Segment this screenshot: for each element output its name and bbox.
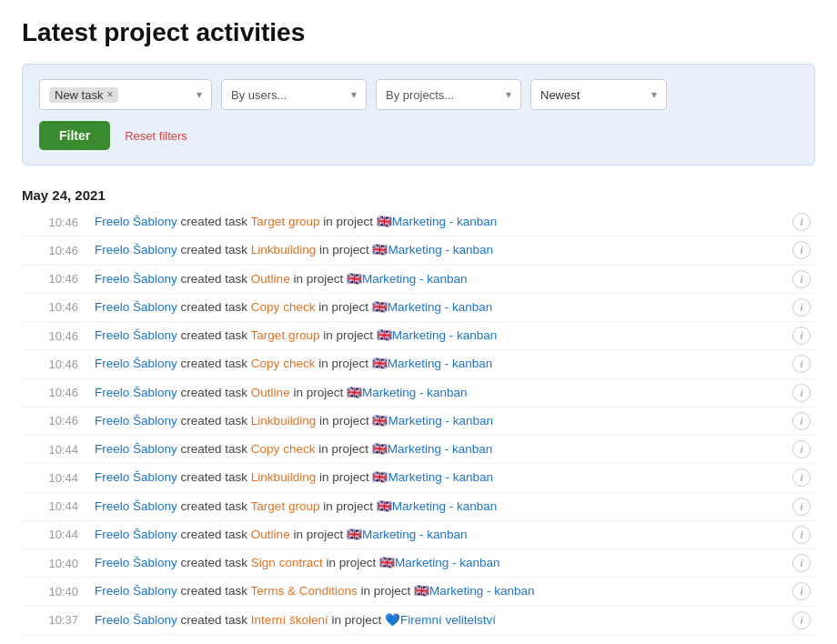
info-button[interactable]: i bbox=[788, 440, 815, 458]
info-button[interactable]: i bbox=[788, 270, 815, 288]
activity-time: 10:46 bbox=[22, 272, 95, 286]
project-link[interactable]: Marketing - kanban bbox=[388, 470, 493, 484]
info-button[interactable]: i bbox=[788, 298, 815, 317]
filter-bar: New task × ▾ By users... ▾ By projects..… bbox=[22, 64, 815, 166]
info-button[interactable]: i bbox=[788, 611, 815, 629]
table-row: 10:46Freelo Šablony created task Copy ch… bbox=[22, 350, 815, 378]
activity-time: 10:46 bbox=[22, 329, 95, 343]
info-button[interactable]: i bbox=[788, 384, 815, 402]
user-link[interactable]: Freelo Šablony bbox=[95, 272, 177, 286]
reset-filters-button[interactable]: Reset filters bbox=[125, 129, 187, 143]
table-row: 10:37Freelo Šablony created task Interní… bbox=[22, 607, 815, 635]
activity-time: 10:37 bbox=[22, 613, 95, 627]
table-row: 10:46Freelo Šablony created task Target … bbox=[22, 322, 815, 350]
project-link[interactable]: Marketing - kanban bbox=[392, 499, 498, 513]
user-link[interactable]: Freelo Šablony bbox=[95, 328, 177, 342]
task-link[interactable]: Outline bbox=[251, 272, 290, 286]
task-link[interactable]: Outline bbox=[251, 386, 290, 399]
task-link[interactable]: Target group bbox=[251, 499, 320, 513]
project-link[interactable]: Marketing - kanban bbox=[395, 556, 500, 569]
user-link[interactable]: Freelo Šablony bbox=[95, 584, 177, 598]
user-link[interactable]: Freelo Šablony bbox=[95, 613, 177, 627]
user-link[interactable]: Freelo Šablony bbox=[95, 386, 177, 399]
user-link[interactable]: Freelo Šablony bbox=[95, 215, 177, 228]
activity-time: 10:46 bbox=[22, 300, 95, 314]
new-task-tag: New task × bbox=[49, 87, 118, 103]
task-link[interactable]: Target group bbox=[251, 328, 320, 342]
activity-time: 10:44 bbox=[22, 528, 95, 541]
info-button[interactable]: i bbox=[788, 327, 815, 345]
info-button[interactable]: i bbox=[788, 582, 815, 600]
page-title: Latest project activities bbox=[22, 18, 815, 47]
activity-time: 10:44 bbox=[22, 443, 95, 457]
activity-text: Freelo Šablony created task Outline in p… bbox=[95, 270, 788, 288]
task-link[interactable]: Linkbuilding bbox=[251, 470, 316, 484]
project-link[interactable]: Marketing - kanban bbox=[392, 215, 498, 228]
activity-time: 10:40 bbox=[22, 557, 95, 570]
info-icon: i bbox=[792, 611, 811, 629]
sort-filter[interactable]: Newest ▾ bbox=[530, 79, 667, 110]
project-link[interactable]: Firemní velitelství bbox=[400, 613, 496, 627]
project-link[interactable]: Marketing - kanban bbox=[362, 272, 468, 286]
project-link[interactable]: Marketing - kanban bbox=[362, 528, 468, 541]
task-link[interactable]: Linkbuilding bbox=[251, 414, 316, 428]
info-button[interactable]: i bbox=[788, 213, 815, 231]
table-row: 10:40Freelo Šablony created task Terms &… bbox=[22, 578, 815, 606]
user-link[interactable]: Freelo Šablony bbox=[95, 357, 177, 370]
task-link[interactable]: Copy check bbox=[251, 442, 316, 456]
user-link[interactable]: Freelo Šablony bbox=[95, 556, 177, 569]
task-link[interactable]: Copy check bbox=[251, 300, 316, 314]
user-link[interactable]: Freelo Šablony bbox=[95, 243, 177, 257]
project-link[interactable]: Marketing - kanban bbox=[429, 584, 535, 598]
activity-time: 10:46 bbox=[22, 386, 95, 399]
date-group: May 24, 202110:46Freelo Šablony created … bbox=[22, 187, 815, 635]
project-link[interactable]: Marketing - kanban bbox=[388, 243, 493, 257]
info-icon: i bbox=[792, 440, 811, 458]
info-icon: i bbox=[792, 468, 811, 487]
by-users-filter[interactable]: By users... ▾ bbox=[221, 79, 367, 110]
table-row: 10:46Freelo Šablony created task Target … bbox=[22, 208, 815, 236]
info-button[interactable]: i bbox=[788, 498, 815, 516]
info-button[interactable]: i bbox=[788, 355, 815, 373]
date-label: May 24, 2021 bbox=[22, 187, 815, 203]
info-icon: i bbox=[792, 213, 811, 231]
task-link[interactable]: Linkbuilding bbox=[251, 243, 316, 257]
user-link[interactable]: Freelo Šablony bbox=[95, 442, 177, 456]
user-link[interactable]: Freelo Šablony bbox=[95, 528, 177, 541]
task-type-filter[interactable]: New task × ▾ bbox=[39, 79, 212, 110]
project-link[interactable]: Marketing - kanban bbox=[392, 328, 498, 342]
task-link[interactable]: Sign contract bbox=[251, 556, 323, 569]
filter-button[interactable]: Filter bbox=[39, 121, 110, 150]
info-button[interactable]: i bbox=[788, 554, 815, 572]
user-link[interactable]: Freelo Šablony bbox=[95, 414, 177, 428]
task-link[interactable]: Outline bbox=[251, 528, 290, 541]
project-link[interactable]: Marketing - kanban bbox=[388, 414, 493, 428]
user-link[interactable]: Freelo Šablony bbox=[95, 300, 177, 314]
activity-text: Freelo Šablony created task Target group… bbox=[95, 327, 788, 345]
user-link[interactable]: Freelo Šablony bbox=[95, 470, 177, 484]
tag-close-icon[interactable]: × bbox=[106, 88, 113, 101]
task-link[interactable]: Copy check bbox=[251, 357, 316, 370]
info-button[interactable]: i bbox=[788, 468, 815, 487]
user-link[interactable]: Freelo Šablony bbox=[95, 499, 177, 513]
filter-row: New task × ▾ By users... ▾ By projects..… bbox=[39, 79, 798, 110]
info-button[interactable]: i bbox=[788, 526, 815, 544]
task-link[interactable]: Terms & Conditions bbox=[251, 584, 358, 598]
project-link[interactable]: Marketing - kanban bbox=[362, 386, 468, 399]
by-projects-chevron-icon: ▾ bbox=[506, 88, 511, 101]
info-button[interactable]: i bbox=[788, 412, 815, 430]
project-link[interactable]: Marketing - kanban bbox=[388, 300, 493, 314]
task-link[interactable]: Interní školení bbox=[251, 613, 328, 627]
project-link[interactable]: Marketing - kanban bbox=[388, 357, 493, 370]
table-row: 10:46Freelo Šablony created task Outline… bbox=[22, 266, 815, 294]
table-row: 10:46Freelo Šablony created task Copy ch… bbox=[22, 294, 815, 322]
task-link[interactable]: Target group bbox=[251, 215, 320, 228]
activity-time: 10:46 bbox=[22, 216, 95, 229]
table-row: 10:40Freelo Šablony created task Sign co… bbox=[22, 549, 815, 578]
activity-time: 10:46 bbox=[22, 357, 95, 371]
info-icon: i bbox=[792, 355, 811, 373]
info-button[interactable]: i bbox=[788, 241, 815, 259]
by-projects-filter[interactable]: By projects... ▾ bbox=[376, 79, 521, 110]
task-type-chevron-icon: ▾ bbox=[197, 88, 202, 101]
project-link[interactable]: Marketing - kanban bbox=[388, 442, 493, 456]
